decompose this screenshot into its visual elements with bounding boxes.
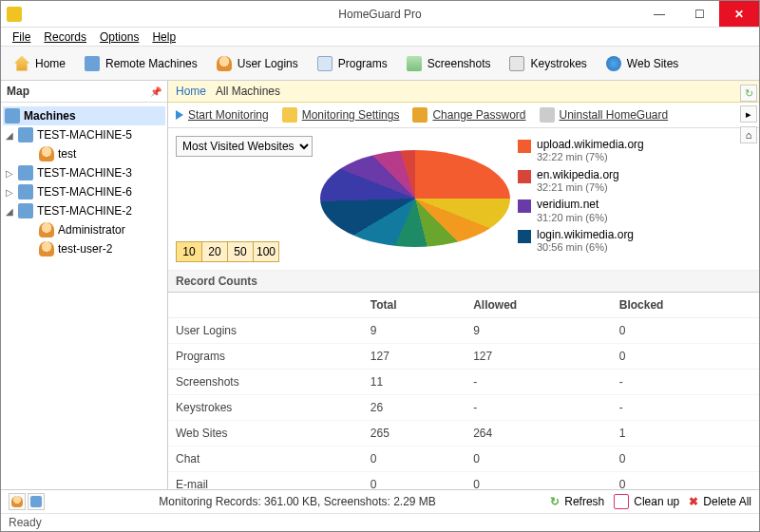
user-icon [39,146,54,162]
lock-icon [412,107,428,123]
page-size-group: 102050100 [176,241,313,262]
chart-area: Most Visited Websites 102050100 upload.w… [168,128,759,271]
pie-chart [320,142,510,256]
table-row[interactable]: Web Sites2652641 [168,421,759,446]
tool-home-icon[interactable]: ⌂ [740,126,757,143]
tree-item[interactable]: ▷TEST-MACHINE-6 [3,182,165,201]
pin-icon[interactable]: 📌 [150,86,162,97]
legend-item[interactable]: login.wikimedia.org30:56 min (6%) [518,226,751,256]
titlebar: HomeGuard Pro — ☐ ✕ [1,1,759,28]
page-size-10[interactable]: 10 [176,241,202,262]
web-icon [606,56,621,71]
records-table: TotalAllowedBlocked User Logins990Progra… [168,293,759,489]
change-password-button[interactable]: Change Password [412,107,525,123]
tool-next-icon[interactable]: ▸ [740,105,757,123]
screenshot-icon [407,56,422,71]
app-icon [7,7,22,22]
sidebar-title: Map [7,85,29,98]
legend-swatch [518,140,531,153]
toolbar-remote[interactable]: Remote Machines [77,52,205,75]
menubar: File Records Options Help [1,28,759,47]
machine-icon [18,203,33,218]
menu-options[interactable]: Options [94,28,144,46]
action-bar: Start Monitoring Monitoring Settings Cha… [168,103,759,128]
monitoring-settings-button[interactable]: Monitoring Settings [282,107,400,123]
user-icon [39,241,54,256]
tree-item[interactable]: Administrator [3,220,165,239]
crumb-current: All Machines [216,85,280,98]
page-size-50[interactable]: 50 [227,241,254,262]
col-header [168,293,363,318]
machine-tree: Machines◢TEST-MACHINE-5test▷TEST-MACHINE… [1,103,167,489]
sidebar: Map 📌 Machines◢TEST-MACHINE-5test▷TEST-M… [1,81,168,489]
legend-swatch [518,200,531,213]
start-monitoring-button[interactable]: Start Monitoring [176,108,269,122]
tree-item[interactable]: test-user-2 [3,239,165,258]
page-size-20[interactable]: 20 [201,241,228,262]
toolbar-logins[interactable]: User Logins [209,52,306,75]
tree-item[interactable]: ▷TEST-MACHINE-3 [3,163,165,182]
table-row[interactable]: E-mail000 [168,472,759,490]
tree-item[interactable]: test [3,144,165,163]
table-row[interactable]: Keystrokes26-- [168,395,759,421]
legend-swatch [518,170,531,183]
page-size-100[interactable]: 100 [253,241,279,262]
legend-item[interactable]: upload.wikimedia.org32:22 min (7%) [518,136,751,166]
remote-icon [85,56,100,71]
col-header: Allowed [466,293,612,318]
legend-item[interactable]: veridium.net31:20 min (6%) [518,196,751,226]
tool-refresh-icon[interactable]: ↻ [740,85,757,102]
home-icon [14,56,29,71]
machine-icon [18,165,33,180]
cleanup-button[interactable]: Clean up [614,494,679,509]
records-table-wrap: TotalAllowedBlocked User Logins990Progra… [168,293,759,489]
crumb-home[interactable]: Home [176,85,206,98]
delete-all-button[interactable]: ✖Delete All [689,495,751,508]
breadcrumb: Home All Machines [168,81,759,103]
toolbar-home[interactable]: Home [7,52,73,75]
tree-item[interactable]: ◢TEST-MACHINE-2 [3,201,165,220]
play-icon [176,110,183,120]
chart-combo[interactable]: Most Visited Websites [176,136,313,157]
status-user-icon[interactable] [9,493,26,510]
uninstall-icon [540,107,555,123]
programs-icon [317,56,332,71]
calendar-icon [614,494,629,509]
menu-help[interactable]: Help [146,28,181,46]
table-row[interactable]: Programs1271270 [168,344,759,370]
table-row[interactable]: Screenshots11-- [168,370,759,395]
table-row[interactable]: User Logins990 [168,318,759,344]
refresh-button[interactable]: ↻Refresh [550,495,604,508]
delete-icon: ✖ [689,495,698,508]
status-ready: Ready [1,514,759,531]
table-row[interactable]: Chat000 [168,446,759,472]
machine-icon [18,127,33,142]
maximize-button[interactable]: ☐ [679,1,719,27]
user-icon [39,222,54,238]
uninstall-button[interactable]: Uninstall HomeGuard [540,107,669,123]
chart-legend: upload.wikimedia.org32:22 min (7%)en.wik… [518,136,751,259]
status-machine-icon[interactable] [28,493,45,510]
side-tools: ↻ ▸ ⌂ [738,81,759,143]
menu-records[interactable]: Records [38,28,92,46]
refresh-icon: ↻ [550,495,560,508]
col-header: Blocked [612,293,759,318]
keystroke-icon [509,56,524,71]
col-header: Total [363,293,466,318]
legend-swatch [518,230,531,243]
status-info: Monitoring Records: 361.00 KB, Screensho… [54,495,541,508]
statusbar: Monitoring Records: 361.00 KB, Screensho… [1,489,759,531]
toolbar-screenshots[interactable]: Screenshots [399,52,499,75]
tree-item[interactable]: ◢TEST-MACHINE-5 [3,125,165,144]
toolbar-programs[interactable]: Programs [310,52,395,75]
tree-root[interactable]: Machines [3,106,165,125]
records-header: Record Counts [168,271,759,293]
menu-file[interactable]: File [7,28,36,46]
legend-item[interactable]: en.wikipedia.org32:21 min (7%) [518,166,751,197]
legend-item[interactable]: facebook.com [518,256,751,259]
toolbar-websites[interactable]: Web Sites [598,52,686,75]
close-button[interactable]: ✕ [719,1,759,27]
settings-icon [282,107,297,123]
toolbar-keystrokes[interactable]: Keystrokes [502,52,594,75]
minimize-button[interactable]: — [639,1,679,27]
